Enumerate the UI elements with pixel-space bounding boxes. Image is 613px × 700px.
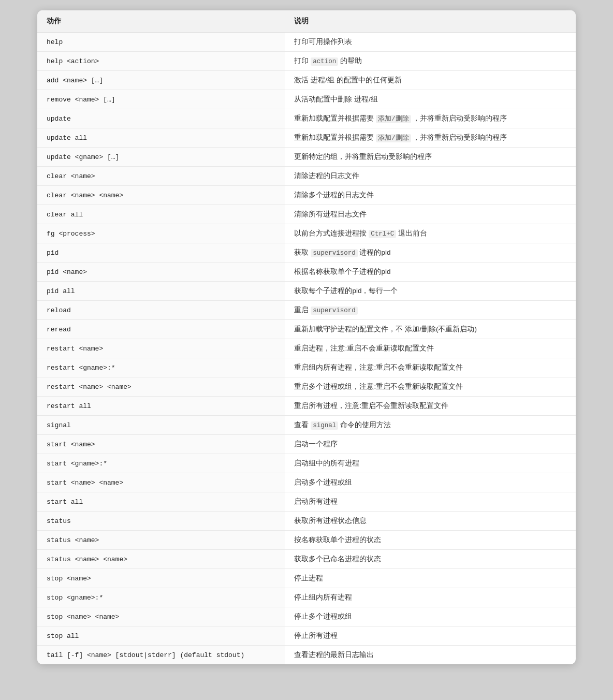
description-cell: 从活动配置中删除 进程/组 — [285, 90, 576, 109]
table-row: status <name>按名称获取单个进程的状态 — [37, 531, 576, 550]
action-cell: reload — [37, 301, 285, 320]
inline-code: 添加/删除 — [376, 134, 411, 142]
description-cell: 启动一个程序 — [285, 435, 576, 454]
table-row: pid获取 supervisord 进程的pid — [37, 243, 576, 262]
description-cell: 根据名称获取单个子进程的pid — [285, 262, 576, 282]
header-description: 说明 — [285, 10, 576, 33]
action-cell: status — [37, 512, 285, 531]
action-cell: reread — [37, 320, 285, 339]
action-cell: pid all — [37, 282, 285, 301]
action-cell: fg <process> — [37, 224, 285, 243]
description-cell: 重新加载配置并根据需要 添加/删除 ，并将重新启动受影响的程序 — [285, 109, 576, 128]
action-cell: start <name> — [37, 435, 285, 454]
description-cell: 更新特定的组，并将重新启动受影响的程序 — [285, 148, 576, 167]
inline-code: Ctrl+C — [369, 230, 396, 238]
description-cell: 重新加载配置并根据需要 添加/删除 ，并将重新启动受影响的程序 — [285, 128, 576, 148]
inline-code: supervisord — [311, 307, 358, 315]
description-cell: 停止组内所有进程 — [285, 588, 576, 607]
action-cell: pid <name> — [37, 262, 285, 282]
table-row: pid <name>根据名称获取单个子进程的pid — [37, 262, 576, 282]
table-row: start <gname>:*启动组中的所有进程 — [37, 454, 576, 473]
action-cell: stop <gname>:* — [37, 588, 285, 607]
table-row: start all启动所有进程 — [37, 492, 576, 512]
table-row: add <name> […]激活 进程/组 的配置中的任何更新 — [37, 71, 576, 90]
action-cell: start <name> <name> — [37, 473, 285, 492]
description-cell: 打印 action 的帮助 — [285, 52, 576, 71]
description-cell: 获取所有进程状态信息 — [285, 512, 576, 531]
action-cell: pid — [37, 243, 285, 262]
table-row: start <name>启动一个程序 — [37, 435, 576, 454]
action-cell: update <gname> […] — [37, 148, 285, 167]
table-row: status <name> <name>获取多个已命名进程的状态 — [37, 550, 576, 569]
description-cell: 按名称获取单个进程的状态 — [285, 531, 576, 550]
description-cell: 获取多个已命名进程的状态 — [285, 550, 576, 569]
action-cell: signal — [37, 416, 285, 435]
table-row: fg <process>以前台方式连接进程按 Ctrl+C 退出前台 — [37, 224, 576, 243]
table-row: update <gname> […]更新特定的组，并将重新启动受影响的程序 — [37, 148, 576, 167]
table-row: stop <name>停止进程 — [37, 569, 576, 588]
action-cell: start <gname>:* — [37, 454, 285, 473]
description-cell: 启动组中的所有进程 — [285, 454, 576, 473]
action-cell: update all — [37, 128, 285, 148]
description-cell: 启动所有进程 — [285, 492, 576, 512]
action-cell: restart all — [37, 397, 285, 416]
action-cell: clear <name> <name> — [37, 186, 285, 205]
action-cell: start all — [37, 492, 285, 512]
table-row: restart <name> <name>重启多个进程或组，注意:重启不会重新读… — [37, 377, 576, 397]
action-cell: status <name> — [37, 531, 285, 550]
table-row: clear <name> <name>清除多个进程的日志文件 — [37, 186, 576, 205]
description-cell: 打印可用操作列表 — [285, 33, 576, 52]
description-cell: 重启所有进程，注意:重启不会重新读取配置文件 — [285, 397, 576, 416]
description-cell: 查看 signal 命令的使用方法 — [285, 416, 576, 435]
action-cell: status <name> <name> — [37, 550, 285, 569]
inline-code: signal — [311, 421, 338, 430]
description-cell: 停止进程 — [285, 569, 576, 588]
action-cell: restart <name> — [37, 339, 285, 358]
inline-code: 添加/删除 — [376, 115, 411, 123]
header-action: 动作 — [37, 10, 285, 33]
table-row: restart all重启所有进程，注意:重启不会重新读取配置文件 — [37, 397, 576, 416]
action-cell: stop <name> <name> — [37, 607, 285, 626]
action-cell: help <action> — [37, 52, 285, 71]
table-row: status获取所有进程状态信息 — [37, 512, 576, 531]
table-row: remove <name> […]从活动配置中删除 进程/组 — [37, 90, 576, 109]
description-cell: 启动多个进程或组 — [285, 473, 576, 492]
action-cell: update — [37, 109, 285, 128]
description-cell: 查看进程的最新日志输出 — [285, 646, 576, 665]
table-row: update all重新加载配置并根据需要 添加/删除 ，并将重新启动受影响的程… — [37, 128, 576, 148]
table-row: stop <name> <name>停止多个进程或组 — [37, 607, 576, 626]
description-cell: 清除进程的日志文件 — [285, 167, 576, 186]
table-row: tail [-f] <name> [stdout|stderr] (defaul… — [37, 646, 576, 665]
description-cell: 停止多个进程或组 — [285, 607, 576, 626]
inline-code: action — [311, 57, 338, 66]
table-row: clear <name>清除进程的日志文件 — [37, 167, 576, 186]
commands-table: 动作 说明 help打印可用操作列表help <action>打印 action… — [37, 10, 576, 664]
action-cell: restart <gname>:* — [37, 358, 285, 377]
description-cell: 重启组内所有进程，注意:重启不会重新读取配置文件 — [285, 358, 576, 377]
action-cell: stop <name> — [37, 569, 285, 588]
description-cell: 以前台方式连接进程按 Ctrl+C 退出前台 — [285, 224, 576, 243]
table-row: stop <gname>:*停止组内所有进程 — [37, 588, 576, 607]
table-row: restart <gname>:*重启组内所有进程，注意:重启不会重新读取配置文… — [37, 358, 576, 377]
action-cell: clear <name> — [37, 167, 285, 186]
action-cell: remove <name> […] — [37, 90, 285, 109]
action-cell: add <name> […] — [37, 71, 285, 90]
table-row: clear all清除所有进程日志文件 — [37, 205, 576, 224]
table-header-row: 动作 说明 — [37, 10, 576, 33]
inline-code: supervisord — [311, 249, 358, 257]
table-row: signal查看 signal 命令的使用方法 — [37, 416, 576, 435]
table-row: help打印可用操作列表 — [37, 33, 576, 52]
action-cell: restart <name> <name> — [37, 377, 285, 397]
table-row: reread重新加载守护进程的配置文件，不 添加/删除(不重新启动) — [37, 320, 576, 339]
action-cell: tail [-f] <name> [stdout|stderr] (defaul… — [37, 646, 285, 665]
description-cell: 获取每个子进程的pid，每行一个 — [285, 282, 576, 301]
action-cell: clear all — [37, 205, 285, 224]
main-container: 动作 说明 help打印可用操作列表help <action>打印 action… — [37, 10, 576, 664]
table-row: help <action>打印 action 的帮助 — [37, 52, 576, 71]
table-row: restart <name>重启进程，注意:重启不会重新读取配置文件 — [37, 339, 576, 358]
action-cell: help — [37, 33, 285, 52]
description-cell: 重启多个进程或组，注意:重启不会重新读取配置文件 — [285, 377, 576, 397]
description-cell: 停止所有进程 — [285, 626, 576, 646]
description-cell: 重新加载守护进程的配置文件，不 添加/删除(不重新启动) — [285, 320, 576, 339]
description-cell: 获取 supervisord 进程的pid — [285, 243, 576, 262]
